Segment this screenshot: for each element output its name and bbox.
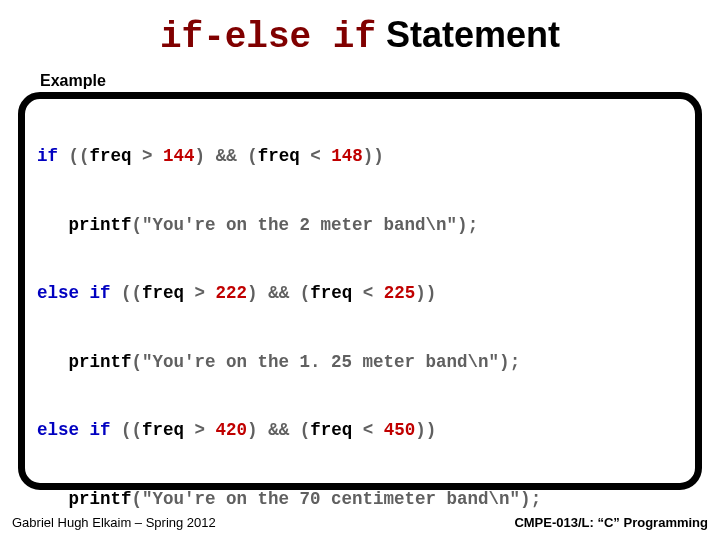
title-rest: Statement [376, 14, 560, 55]
code-line-2: printf("You're on the 2 meter band\n"); [37, 217, 687, 235]
example-label: Example [40, 72, 106, 90]
code-line-3: else if ((freq > 222) && (freq < 225)) [37, 285, 687, 303]
footer-left: Gabriel Hugh Elkaim – Spring 2012 [12, 515, 216, 530]
code-line-1: if ((freq > 144) && (freq < 148)) [37, 148, 687, 166]
title-code: if-else if [160, 17, 376, 58]
slide-title: if-else if Statement [0, 0, 720, 64]
code-line-4: printf("You're on the 1. 25 meter band\n… [37, 354, 687, 372]
footer-right: CMPE-013/L: “C” Programming [514, 515, 708, 530]
code-line-6: printf("You're on the 70 centimeter band… [37, 491, 687, 509]
code-line-5: else if ((freq > 420) && (freq < 450)) [37, 422, 687, 440]
code-box: if ((freq > 144) && (freq < 148)) printf… [18, 92, 702, 490]
slide: if-else if Statement Example if ((freq >… [0, 0, 720, 540]
